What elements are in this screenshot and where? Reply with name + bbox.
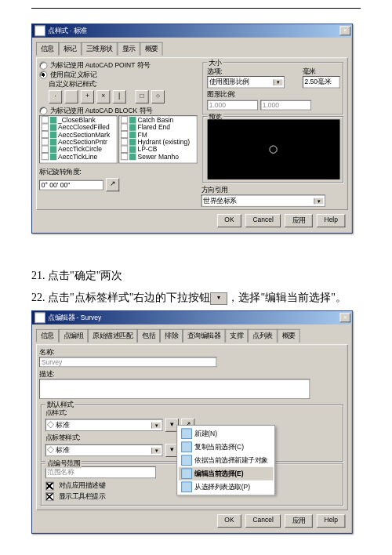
dropdown-icon: ▾ [210,292,227,305]
radio-block-symbol[interactable]: 为标记使用 AutoCAD BLOCK 符号 [39,106,197,115]
step-21: 21. 点击"确定"两次 [31,267,361,285]
tab-rd[interactable]: 原始描述匹配 [88,329,137,343]
name-label: 名称: [39,347,344,357]
titlebar-2[interactable]: 点编辑器 - Survey × [32,311,352,325]
radio-custom-marker[interactable]: 使用自定义标记 [39,71,197,80]
tab-sup[interactable]: 支撑 [225,329,248,343]
point-style-dialog: 点样式 · 标准 × 信息 标记 三维形状 显示 概要 为标记使用 AutoCA… [31,24,353,234]
tab-display[interactable]: 显示 [118,42,140,56]
ok-button[interactable]: OK [217,214,241,227]
preview-pane [207,119,339,180]
radio-point-symbol[interactable]: 为标记使用 AutoCAD POINT 符号 [39,61,197,71]
close-icon[interactable]: × [340,26,351,35]
tab-inc[interactable]: 包括 [137,329,160,343]
marker-style-x[interactable]: × [96,90,110,103]
app-icon [34,26,45,37]
marker-style-none[interactable] [65,90,78,103]
cancel-button[interactable]: Cancel [245,214,281,227]
point-style-dropdown[interactable]: ◇ 标准▾ [45,419,163,430]
apply-button[interactable]: 应用 [285,214,313,227]
menu-edit-current[interactable]: 编辑当前选择(E) [179,467,274,481]
marker-style-dot[interactable]: · [49,90,62,103]
apply-button[interactable]: 应用 [285,514,313,528]
block-list-left[interactable]: _CloseBlank AeccClosedFilled AeccSection… [39,115,118,163]
tab-pg[interactable]: 点编组 [59,329,88,343]
preview-group: 预览 [202,116,343,183]
close-icon[interactable]: × [340,313,351,322]
window-title-2: 点编辑器 - Survey [48,313,339,322]
rotation-pick-icon[interactable]: ↗ [106,178,119,191]
rotation-label: 标记旋转角度: [39,168,197,177]
tab-info[interactable]: 信息 [36,42,59,56]
label-style-dropdown[interactable]: ◇ 标准▾ [45,444,163,456]
step-22: 22. 点击"点标签样式"右边的下拉按钮▾，选择"编辑当前选择"。 [31,289,361,307]
marker-frame-square[interactable]: □ [136,90,149,103]
point-editor-dialog: 点编辑器 - Survey × 信息 点编组 原始描述匹配 包括 排除 查询编辑… [31,310,353,534]
tab-strip: 信息 标记 三维形状 显示 概要 [36,42,348,55]
window-title: 点样式 · 标准 [48,26,339,35]
rotation-input[interactable]: 0° 00' 00" [39,180,103,190]
desc-label: 描述: [39,369,344,379]
tab-exc[interactable]: 排除 [160,329,183,343]
tab-sum[interactable]: 概要 [278,329,300,343]
apply-desc-checkbox[interactable] [45,481,54,490]
app-icon [34,312,45,323]
ok-button[interactable]: OK [217,514,241,528]
tab-marker[interactable]: 标记 [59,42,82,56]
tab-pl[interactable]: 点列表 [248,329,277,343]
menu-copy[interactable]: 复制当前选择(C) [179,441,274,454]
tab-3d[interactable]: 三维形状 [82,42,118,56]
block-list-right[interactable]: Catch Basin Flared End FM Hydrant (exist… [119,115,198,163]
name-input[interactable]: Survey [39,357,216,367]
help-button[interactable]: Help [317,514,345,528]
tab-summary[interactable]: 概要 [140,42,163,56]
orientation-dropdown[interactable]: 世界坐标系▾ [201,194,325,206]
tab-info-2[interactable]: 信息 [36,329,59,343]
custom-style-label: 自定义标记样式: [49,79,197,89]
menu-newchild[interactable]: 依据当前选择新建子对象 [179,454,274,467]
context-menu: 新建(N) 复制当前选择(C) 依据当前选择新建子对象 编辑当前选择(E) 从选… [176,425,275,495]
scale-y: 1.000 [260,100,311,111]
marker-frame-circle[interactable]: ○ [151,90,165,103]
tab-strip-2: 信息 点编组 原始描述匹配 包括 排除 查询编辑器 支撑 点列表 概要 [36,328,348,342]
marker-style-bar[interactable]: | [113,90,126,103]
titlebar[interactable]: 点样式 · 标准 × [32,24,352,38]
tooltip-checkbox[interactable] [45,492,54,500]
size-group: 大小 选项: 使用图形比例▾ 毫米 2.50毫米 图形比例: [202,62,343,114]
size-option-dropdown[interactable]: 使用图形比例▾ [207,76,285,88]
marker-style-plus[interactable]: + [81,90,94,103]
unit-input[interactable]: 2.50毫米 [303,76,340,88]
scale-x: 1.000 [207,100,258,111]
desc-input[interactable] [39,379,310,399]
menu-pick[interactable]: 从选择列表选取(P) [179,481,274,494]
menu-new[interactable]: 新建(N) [179,427,274,441]
tab-qe[interactable]: 查询编辑器 [183,329,225,343]
cancel-button[interactable]: Cancel [245,514,281,528]
help-button[interactable]: Help [317,214,345,227]
